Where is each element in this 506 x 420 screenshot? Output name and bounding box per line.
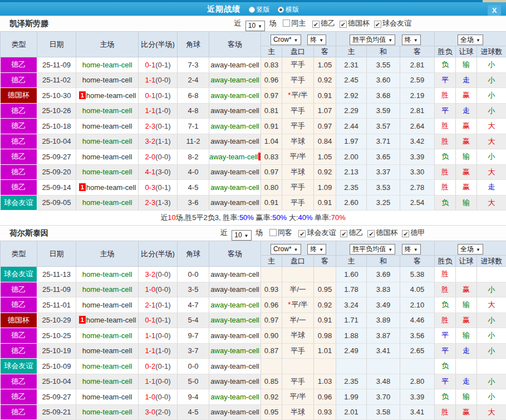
mean-away-cell: 2.64 bbox=[400, 119, 435, 134]
goals-result-cell: 小 bbox=[477, 389, 506, 405]
odds-away-cell: 0.91 bbox=[314, 312, 336, 328]
scope-select[interactable]: 全场▼ bbox=[458, 244, 483, 255]
mean-home-cell: 2.44 bbox=[336, 119, 367, 134]
table-row: 德乙25-09-27home-team-cell2-0(0-0)8-2away-… bbox=[1, 149, 506, 165]
mean-draw-cell: 3.69 bbox=[367, 267, 400, 282]
halftime-score: (1-0) bbox=[155, 106, 170, 115]
odds-home-cell: 0.91 bbox=[261, 195, 282, 211]
league-filter[interactable]: 球会友谊 bbox=[294, 228, 336, 237]
mean-stage-select[interactable]: 终▼ bbox=[402, 244, 421, 255]
handicap-cell: 半/一 bbox=[282, 312, 314, 328]
mean-odds-select[interactable]: 胜平负均值▼ bbox=[350, 244, 395, 255]
match-type-cell: 德乙 bbox=[1, 180, 37, 196]
close-button[interactable]: X bbox=[488, 5, 501, 16]
team-label: away-team-cell bbox=[210, 270, 259, 279]
halftime-score: (2-0) bbox=[155, 408, 170, 416]
league-filter-label: 德国杯 bbox=[348, 19, 370, 27]
team-label: home-team-cell bbox=[86, 183, 136, 192]
handicap-label: 平手 bbox=[291, 60, 305, 69]
same-filter-checkbox[interactable] bbox=[283, 19, 290, 27]
mean-stage-select[interactable]: 终▼ bbox=[402, 35, 421, 45]
odds-away-cell: 0.92 bbox=[314, 72, 336, 88]
table-row: 德乙25-09-141home-team-cell0-3(0-1)4-5away… bbox=[1, 180, 506, 196]
team-cell: away-team-cell bbox=[209, 389, 261, 405]
same-filter-checkbox[interactable] bbox=[269, 229, 277, 236]
corner-cell: 4-5 bbox=[178, 180, 209, 196]
wdl-result-cell: 平 bbox=[435, 328, 456, 344]
team-label: home-team-cell bbox=[86, 91, 136, 100]
table-row: 德乙25-10-26home-team-cell1-1(1-0)4-8away-… bbox=[1, 103, 506, 119]
league-filter-checkbox[interactable] bbox=[340, 230, 347, 237]
odds-home-cell: 1.04 bbox=[261, 134, 282, 149]
chevron-down-icon: ▼ bbox=[414, 247, 418, 252]
date-cell: 25-10-25 bbox=[37, 328, 76, 344]
match-count-select[interactable]: 10▼ bbox=[245, 21, 265, 31]
league-filter-checkbox[interactable] bbox=[298, 230, 306, 237]
league-filter-checkbox[interactable] bbox=[312, 21, 320, 28]
odds-home-cell: 0.93 bbox=[261, 282, 282, 297]
league-filter-checkbox[interactable] bbox=[367, 230, 375, 237]
result-group-header: 全场▼ bbox=[435, 241, 506, 256]
league-filter[interactable]: 德国杯 bbox=[363, 228, 397, 237]
scope-select[interactable]: 全场▼ bbox=[458, 35, 483, 45]
team-cell: away-team-cell bbox=[209, 164, 261, 180]
odds-stage-select[interactable]: 终▼ bbox=[307, 244, 326, 255]
mean-group-header: 胜平负均值▼ 终▼ bbox=[336, 32, 435, 46]
team-cell: home-team-cell bbox=[76, 359, 139, 374]
handicap-result-cell: 输 bbox=[456, 57, 477, 73]
goals-result-cell: 小 bbox=[477, 72, 506, 88]
team-cell: home-team-cell bbox=[76, 374, 139, 389]
bookmaker-select[interactable]: Crow*▼ bbox=[271, 244, 301, 255]
league-filter-checkbox[interactable] bbox=[374, 21, 381, 28]
team-label: home-team-cell bbox=[82, 331, 132, 340]
score-cell: 3-2(1-1) bbox=[139, 134, 178, 149]
odds-stage-select[interactable]: 终▼ bbox=[307, 35, 326, 45]
league-filter[interactable]: 德国杯 bbox=[335, 19, 370, 27]
col-score: 比分(半场) bbox=[139, 32, 178, 57]
bookmaker-select[interactable]: Crow*▼ bbox=[271, 35, 301, 45]
league-filter[interactable]: 德乙 bbox=[336, 228, 363, 237]
team-cell: away-team-cell bbox=[209, 312, 261, 328]
goals-result-cell: 小 bbox=[477, 328, 506, 344]
halftime-score: (0-1) bbox=[155, 301, 170, 309]
chevron-down-icon: ▼ bbox=[294, 247, 298, 252]
goals-result-cell: 走 bbox=[477, 180, 506, 196]
table-row: 德乙25-10-25home-team-cell1-1(0-0)9-7away-… bbox=[1, 328, 506, 344]
radio-vertical[interactable]: 竖版 bbox=[249, 6, 270, 13]
fulltime-score: 1-1 bbox=[145, 346, 155, 355]
radio-horizontal-icon[interactable] bbox=[278, 7, 284, 13]
odds-home-cell: 0.96 bbox=[261, 297, 282, 313]
handicap-cell bbox=[282, 359, 314, 374]
mean-home-cell: 2.45 bbox=[336, 72, 367, 88]
mean-away-cell: 3.39 bbox=[400, 389, 435, 405]
league-filter[interactable]: 德乙 bbox=[308, 19, 335, 27]
league-filter[interactable]: 球会友谊 bbox=[370, 19, 411, 27]
score-cell: 1-0(0-0) bbox=[139, 389, 178, 405]
table-row: 德乙25-11-02home-team-cell1-1(0-0)2-4away-… bbox=[1, 72, 506, 88]
halftime-score: (0-0) bbox=[155, 153, 170, 161]
date-cell: 25-09-05 bbox=[37, 195, 76, 211]
match-count-select[interactable]: 10▼ bbox=[232, 230, 251, 241]
radio-vertical-icon[interactable] bbox=[249, 7, 255, 13]
league-filter-checkbox[interactable] bbox=[340, 21, 347, 28]
date-cell: 25-11-09 bbox=[37, 282, 76, 297]
team-name: 荷尔斯泰因 bbox=[9, 228, 48, 238]
team-label: home-team-cell bbox=[82, 377, 132, 385]
mean-draw-cell: 3.53 bbox=[367, 180, 400, 196]
halftime-score: (1-1) bbox=[155, 137, 170, 145]
mean-odds-select[interactable]: 胜平负均值▼ bbox=[350, 35, 395, 45]
home-rank-badge: 1 bbox=[79, 91, 86, 99]
team-label: home-team-cell bbox=[82, 346, 132, 355]
handicap-cell: 平手 bbox=[282, 119, 314, 134]
mean-away-cell: 3.30 bbox=[400, 164, 435, 180]
mean-away-cell: 2.10 bbox=[400, 297, 435, 313]
league-filter[interactable]: 德甲 bbox=[397, 228, 425, 237]
team-cell: away-team-cell bbox=[209, 57, 261, 73]
team-section: 凯泽斯劳滕 近 10▼ 场 同主 德乙德国杯球会友谊 类型 日期 主场 比分( bbox=[0, 16, 506, 225]
radio-horizontal[interactable]: 横版 bbox=[278, 6, 299, 13]
league-filter-checkbox[interactable] bbox=[402, 230, 409, 237]
team-label: away-team-cell bbox=[210, 408, 259, 416]
corner-cell: 5-0 bbox=[178, 374, 209, 389]
mean-home-cell: 2.13 bbox=[336, 164, 367, 180]
summary-part: 50% bbox=[239, 213, 254, 222]
